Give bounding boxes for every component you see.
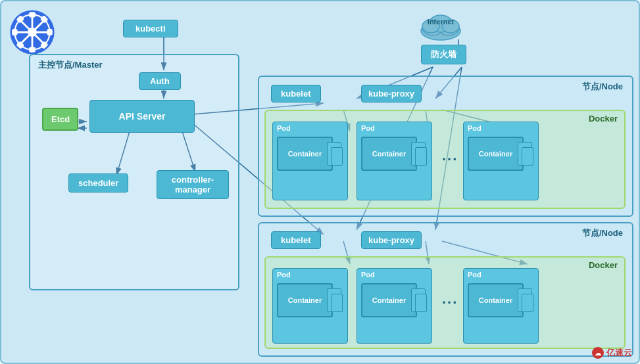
svg-rect-29 (12, 29, 17, 35)
node1-kubelet-label: kubelet (281, 89, 311, 99)
node1-kube-proxy: kube-proxy (361, 85, 422, 102)
api-server-label: API Server (119, 111, 166, 122)
node1-kubelet: kubelet (271, 85, 321, 102)
node2-pod1: Pod Container (272, 268, 348, 344)
api-server-box: API Server (89, 100, 195, 133)
scheduler-label: scheduler (78, 178, 118, 188)
scheduler-box: scheduler (68, 173, 128, 193)
node2-pod2-container-label: Container (372, 296, 406, 304)
controller-manager-label: controller-manager (172, 175, 214, 194)
node1-pod3-container: Container (468, 137, 524, 171)
node2-pod2-stack2 (415, 294, 427, 312)
node1-docker-area: Docker Pod Container Pod Contain (264, 110, 626, 209)
node2-pod3-container-label: Container (479, 296, 512, 304)
auth-label: Auth (150, 76, 170, 86)
node1-dots: ... (442, 147, 458, 164)
node2-pod2-label: Pod (361, 271, 375, 279)
node2-pod3-label: Pod (468, 271, 481, 279)
node2-dots: ... (442, 290, 458, 307)
svg-point-26 (28, 28, 37, 37)
node1-pod3-label: Pod (468, 124, 481, 132)
node1-docker-label: Docker (589, 114, 618, 124)
node2-pod2: Pod Container (357, 268, 432, 344)
watermark-text: 亿速云 (606, 347, 632, 359)
main-diagram: kubectl 主控节点/Master Auth API Server Etcd… (0, 0, 640, 364)
firewall-box: 防火墙 (421, 45, 466, 64)
auth-box: Auth (139, 72, 181, 90)
node2-area: 节点/Node kubelet kube-proxy Docker Pod Co… (258, 222, 633, 357)
node2-pod1-stack2 (331, 294, 343, 312)
master-area: 主控节点/Master Auth API Server Etcd schedul… (29, 54, 239, 290)
node1-pod2-container-label: Container (372, 150, 406, 158)
firewall-label: 防火墙 (431, 49, 456, 59)
node1-pod2-stack2 (415, 147, 427, 166)
watermark-icon: ☁ (592, 347, 604, 359)
node1-pod3-container-label: Container (479, 150, 512, 158)
svg-rect-30 (47, 29, 52, 35)
node1-pod1-container: Container (277, 137, 333, 171)
node2-pod1-container-label: Container (288, 296, 322, 304)
node1-pod3-stack2 (522, 147, 533, 166)
node1-pod2: Pod Container (357, 122, 432, 200)
internet-label: Internet (428, 18, 454, 26)
etcd-box: Etcd (42, 108, 78, 131)
node2-pod3: Pod Container (463, 268, 539, 344)
node1-pod1-label: Pod (277, 124, 291, 132)
node2-pod2-container: Container (361, 283, 417, 317)
master-label: 主控节点/Master (38, 59, 103, 71)
node2-label: 节点/Node (582, 227, 623, 239)
node2-kubelet-label: kubelet (281, 235, 311, 245)
node2-pod1-label: Pod (277, 271, 291, 279)
node1-pod1-stack2 (331, 147, 343, 166)
node2-pod1-container: Container (277, 283, 333, 317)
etcd-label: Etcd (51, 114, 70, 124)
node2-kube-proxy-label: kube-proxy (368, 235, 414, 245)
node1-area: 节点/Node kubelet kube-proxy Docker Pod Co… (258, 76, 633, 217)
svg-rect-28 (29, 47, 36, 52)
node2-kube-proxy: kube-proxy (361, 231, 422, 249)
node2-docker-label: Docker (589, 260, 618, 270)
node1-pod2-label: Pod (361, 124, 375, 132)
nodes-area: Internet 防火墙 节点/Node kubelet kube-proxy … (258, 7, 633, 343)
node1-pod3: Pod Container (463, 122, 539, 200)
node2-docker-area: Docker Pod Container Pod Container (264, 256, 626, 349)
node1-pod2-container: Container (361, 137, 417, 171)
svg-rect-27 (29, 12, 36, 17)
kubectl-box: kubectl (123, 20, 178, 37)
kubernetes-logo (9, 9, 55, 55)
node1-label: 节点/Node (582, 81, 623, 93)
node1-kube-proxy-label: kube-proxy (368, 89, 414, 99)
node1-pod1: Pod Container (272, 122, 348, 200)
internet-cloud: Internet (414, 8, 467, 43)
node2-pod3-stack2 (522, 294, 533, 312)
controller-manager-box: controller-manager (157, 170, 229, 199)
node1-pod1-container-label: Container (288, 150, 322, 158)
kubectl-label: kubectl (135, 24, 166, 34)
watermark: ☁ 亿速云 (592, 347, 632, 359)
node2-pod3-container: Container (468, 283, 524, 317)
node2-kubelet: kubelet (271, 231, 321, 249)
